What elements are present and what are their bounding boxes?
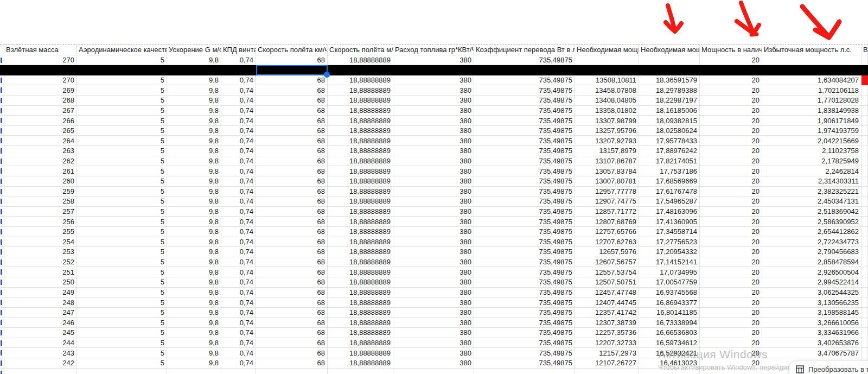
cell[interactable]: 2,17825949 — [762, 156, 861, 167]
cell[interactable] — [861, 65, 868, 75]
cell[interactable]: 735,49875 — [474, 106, 575, 116]
row-header-sliver[interactable] — [0, 318, 4, 328]
cell[interactable]: 0,74 — [221, 196, 256, 207]
row-header-sliver[interactable] — [0, 156, 4, 167]
cell[interactable]: 9,8 — [167, 297, 221, 308]
cell[interactable]: 267 — [4, 106, 77, 116]
cell[interactable]: 2,790456683 — [762, 247, 861, 257]
cell[interactable]: 735,49875 — [474, 126, 575, 136]
cell[interactable]: 17,27756523 — [639, 237, 700, 248]
cell[interactable]: 13057,83784 — [575, 166, 639, 176]
selected-cell[interactable] — [256, 65, 328, 75]
spreadsheet-grid[interactable]: Взлётная массаАэродинамическое качествоУ… — [0, 45, 868, 374]
cell[interactable]: 9,8 — [167, 116, 221, 126]
cell[interactable]: 5 — [77, 338, 167, 348]
cell[interactable]: 68 — [256, 318, 328, 328]
cell[interactable]: 68 — [256, 328, 328, 338]
cell[interactable]: 18,88888889 — [328, 217, 393, 227]
cell[interactable]: 12107,26727 — [575, 358, 639, 369]
cell[interactable] — [861, 267, 868, 277]
cell[interactable] — [639, 65, 700, 75]
cell[interactable]: 255 — [4, 227, 77, 237]
cell[interactable]: 3,402653876 — [762, 338, 861, 348]
cell[interactable]: 68 — [256, 267, 328, 277]
cell[interactable]: 17,0734995 — [639, 267, 700, 277]
cell[interactable]: 5 — [77, 277, 167, 288]
cell[interactable]: 18,88888889 — [328, 126, 393, 136]
row-header-sliver[interactable] — [0, 348, 4, 358]
cell[interactable]: 20 — [700, 338, 762, 348]
column-header[interactable]: Необходимая мощнос — [575, 45, 639, 55]
cell[interactable]: 20 — [700, 358, 762, 369]
cell[interactable]: 17,68569669 — [639, 176, 700, 187]
row-header-sliver[interactable] — [0, 45, 4, 55]
cell[interactable]: 735,49875 — [474, 297, 575, 308]
cell[interactable]: 264 — [4, 136, 77, 146]
cell[interactable]: 0,74 — [221, 156, 256, 167]
cell[interactable] — [861, 136, 868, 146]
cell[interactable]: 380 — [393, 85, 474, 96]
cell[interactable] — [861, 318, 868, 328]
cell[interactable] — [861, 257, 868, 268]
cell[interactable]: 17,61767478 — [639, 187, 700, 197]
cell[interactable]: 18,88888889 — [328, 267, 393, 277]
cell[interactable]: 266 — [4, 116, 77, 126]
cell[interactable]: 17,34558714 — [639, 227, 700, 237]
cell[interactable]: 18,88888889 — [328, 257, 393, 268]
cell[interactable]: 18,88888889 — [328, 247, 393, 257]
cell[interactable]: 12607,56757 — [575, 257, 639, 268]
cell[interactable]: 20 — [700, 96, 762, 106]
cell[interactable]: 9,8 — [167, 75, 221, 86]
cell[interactable]: 380 — [393, 55, 474, 66]
cell[interactable] — [861, 96, 868, 106]
cell[interactable]: 249 — [4, 288, 77, 298]
row-header-sliver[interactable] — [0, 85, 4, 96]
cell[interactable]: 17,14152141 — [639, 257, 700, 268]
convert-to-table-button[interactable]: Преобразовать в та — [789, 361, 868, 374]
cell[interactable] — [861, 187, 868, 197]
cell[interactable]: 2,858478594 — [762, 257, 861, 268]
cell[interactable]: 0,74 — [221, 318, 256, 328]
cell[interactable]: 1,634084207 — [762, 75, 861, 86]
cell[interactable]: 380 — [393, 166, 474, 176]
cell[interactable]: 380 — [393, 257, 474, 268]
cell[interactable]: 0,74 — [221, 348, 256, 358]
cell[interactable] — [762, 65, 861, 75]
cell[interactable]: 380 — [393, 227, 474, 237]
cell[interactable] — [393, 369, 474, 374]
cell[interactable] — [861, 227, 868, 237]
cell[interactable]: 13157,8979 — [575, 146, 639, 156]
cell[interactable]: 18,22987197 — [639, 96, 700, 106]
cell[interactable]: 9,8 — [167, 237, 221, 248]
cell[interactable]: 18,88888889 — [328, 75, 393, 86]
cell[interactable]: 0,74 — [221, 257, 256, 268]
cell[interactable]: 12757,65766 — [575, 227, 639, 237]
row-header-sliver[interactable] — [0, 116, 4, 126]
cell[interactable]: 735,49875 — [474, 55, 575, 66]
row-header-sliver[interactable] — [0, 277, 4, 288]
cell[interactable]: 2,518369042 — [762, 207, 861, 217]
column-header[interactable]: Аэродинамическое качество — [77, 45, 167, 55]
cell[interactable]: 13408,04805 — [575, 96, 639, 106]
cell[interactable]: 13207,92793 — [575, 136, 639, 146]
cell[interactable]: 17,20954332 — [639, 247, 700, 257]
cell[interactable]: 20 — [700, 126, 762, 136]
cell[interactable]: 18,88888889 — [328, 156, 393, 167]
cell[interactable]: 0,74 — [221, 328, 256, 338]
cell[interactable]: 20 — [700, 176, 762, 187]
cell[interactable]: 0,74 — [221, 267, 256, 277]
cell[interactable] — [861, 146, 868, 156]
cell[interactable]: 3,334631966 — [762, 328, 861, 338]
cell[interactable]: 18,88888889 — [328, 166, 393, 176]
cell[interactable]: 18,02580624 — [639, 126, 700, 136]
cell[interactable]: 68 — [256, 308, 328, 318]
cell[interactable]: 735,49875 — [474, 277, 575, 288]
row-header-sliver[interactable] — [0, 369, 4, 374]
cell[interactable] — [700, 369, 762, 374]
cell[interactable]: 5 — [77, 207, 167, 217]
cell[interactable]: 3,130566235 — [762, 297, 861, 308]
cell[interactable]: 20 — [700, 166, 762, 176]
cell[interactable]: 16,80141185 — [639, 308, 700, 318]
cell[interactable]: 1,770128028 — [762, 96, 861, 106]
cell[interactable]: 735,49875 — [474, 288, 575, 298]
